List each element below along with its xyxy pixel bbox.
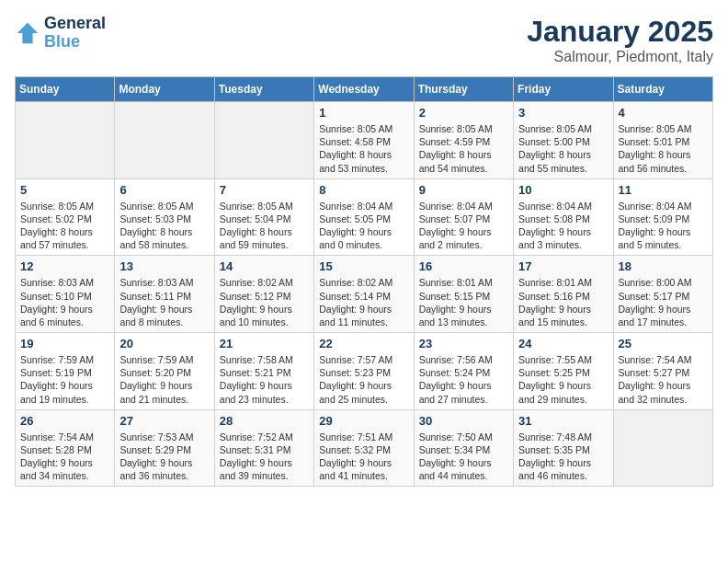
page-header: GeneralBlue January 2025 Salmour, Piedmo… <box>15 15 713 65</box>
day-number: 11 <box>619 183 708 197</box>
day-number: 9 <box>419 183 508 197</box>
calendar-cell: 13Sunrise: 8:03 AM Sunset: 5:11 PM Dayli… <box>115 256 214 333</box>
day-number: 8 <box>319 183 408 197</box>
col-saturday: Saturday <box>613 77 712 102</box>
day-number: 20 <box>119 337 209 350</box>
day-number: 3 <box>518 106 608 120</box>
calendar-cell: 12Sunrise: 8:03 AM Sunset: 5:10 PM Dayli… <box>16 256 115 333</box>
calendar-cell: 21Sunrise: 7:58 AM Sunset: 5:21 PM Dayli… <box>214 333 313 410</box>
cell-content: Sunrise: 8:05 AM Sunset: 5:02 PM Dayligh… <box>20 200 109 252</box>
day-number: 25 <box>619 337 708 350</box>
day-number: 15 <box>319 259 408 273</box>
day-number: 21 <box>220 337 309 350</box>
calendar-week-row: 12Sunrise: 8:03 AM Sunset: 5:10 PM Dayli… <box>16 256 713 333</box>
day-number: 17 <box>518 259 608 273</box>
day-number: 5 <box>20 183 109 197</box>
day-number: 18 <box>619 259 708 273</box>
col-monday: Monday <box>115 77 214 102</box>
calendar-cell: 1Sunrise: 8:05 AM Sunset: 4:58 PM Daylig… <box>314 102 414 179</box>
day-number: 19 <box>20 337 109 350</box>
calendar-cell: 31Sunrise: 7:48 AM Sunset: 5:35 PM Dayli… <box>514 409 613 487</box>
cell-content: Sunrise: 8:04 AM Sunset: 5:09 PM Dayligh… <box>619 200 708 252</box>
logo-text: GeneralBlue <box>44 15 106 52</box>
day-number: 16 <box>419 259 508 273</box>
calendar-cell <box>16 102 115 179</box>
cell-content: Sunrise: 7:53 AM Sunset: 5:29 PM Dayligh… <box>119 431 209 483</box>
cell-content: Sunrise: 8:03 AM Sunset: 5:10 PM Dayligh… <box>20 276 109 328</box>
cell-content: Sunrise: 8:05 AM Sunset: 5:04 PM Dayligh… <box>220 200 309 252</box>
calendar-week-row: 26Sunrise: 7:54 AM Sunset: 5:28 PM Dayli… <box>16 409 713 487</box>
calendar-cell: 18Sunrise: 8:00 AM Sunset: 5:17 PM Dayli… <box>613 256 712 333</box>
calendar-header-row: Sunday Monday Tuesday Wednesday Thursday… <box>16 77 713 102</box>
calendar-cell: 30Sunrise: 7:50 AM Sunset: 5:34 PM Dayli… <box>414 409 513 487</box>
calendar-cell: 24Sunrise: 7:55 AM Sunset: 5:25 PM Dayli… <box>514 333 613 410</box>
calendar-cell: 9Sunrise: 8:04 AM Sunset: 5:07 PM Daylig… <box>414 178 513 256</box>
calendar-cell: 15Sunrise: 8:02 AM Sunset: 5:14 PM Dayli… <box>314 256 414 333</box>
calendar-cell: 27Sunrise: 7:53 AM Sunset: 5:29 PM Dayli… <box>115 409 214 487</box>
day-number: 12 <box>20 259 109 273</box>
cell-content: Sunrise: 8:00 AM Sunset: 5:17 PM Dayligh… <box>619 276 708 328</box>
calendar-table: Sunday Monday Tuesday Wednesday Thursday… <box>15 76 713 487</box>
calendar-cell: 23Sunrise: 7:56 AM Sunset: 5:24 PM Dayli… <box>414 333 513 410</box>
cell-content: Sunrise: 8:05 AM Sunset: 4:59 PM Dayligh… <box>419 122 508 175</box>
day-number: 1 <box>319 106 408 120</box>
cell-content: Sunrise: 8:01 AM Sunset: 5:16 PM Dayligh… <box>518 276 608 328</box>
cell-content: Sunrise: 8:02 AM Sunset: 5:14 PM Dayligh… <box>319 276 408 328</box>
svg-marker-0 <box>17 23 38 43</box>
cell-content: Sunrise: 8:05 AM Sunset: 5:01 PM Dayligh… <box>619 122 708 175</box>
day-number: 10 <box>518 183 608 197</box>
calendar-cell: 29Sunrise: 7:51 AM Sunset: 5:32 PM Dayli… <box>314 409 414 487</box>
calendar-cell <box>214 102 313 179</box>
day-number: 24 <box>518 337 608 350</box>
day-number: 2 <box>419 106 508 120</box>
col-sunday: Sunday <box>16 77 115 102</box>
cell-content: Sunrise: 8:02 AM Sunset: 5:12 PM Dayligh… <box>220 276 309 328</box>
title-block: January 2025 Salmour, Piedmont, Italy <box>527 15 713 65</box>
day-number: 31 <box>518 414 608 428</box>
day-number: 26 <box>20 414 109 428</box>
cell-content: Sunrise: 7:50 AM Sunset: 5:34 PM Dayligh… <box>419 431 508 483</box>
cell-content: Sunrise: 7:58 AM Sunset: 5:21 PM Dayligh… <box>220 353 309 406</box>
logo-icon <box>15 20 40 46</box>
calendar-cell: 7Sunrise: 8:05 AM Sunset: 5:04 PM Daylig… <box>214 178 313 256</box>
calendar-cell: 20Sunrise: 7:59 AM Sunset: 5:20 PM Dayli… <box>115 333 214 410</box>
calendar-cell: 22Sunrise: 7:57 AM Sunset: 5:23 PM Dayli… <box>314 333 414 410</box>
day-number: 28 <box>220 414 309 428</box>
cell-content: Sunrise: 8:01 AM Sunset: 5:15 PM Dayligh… <box>419 276 508 328</box>
calendar-cell: 2Sunrise: 8:05 AM Sunset: 4:59 PM Daylig… <box>414 102 513 179</box>
cell-content: Sunrise: 7:59 AM Sunset: 5:20 PM Dayligh… <box>119 353 209 406</box>
calendar-cell <box>115 102 214 179</box>
day-number: 30 <box>419 414 508 428</box>
day-number: 27 <box>119 414 209 428</box>
col-friday: Friday <box>514 77 613 102</box>
cell-content: Sunrise: 8:05 AM Sunset: 4:58 PM Dayligh… <box>319 122 408 175</box>
calendar-cell: 26Sunrise: 7:54 AM Sunset: 5:28 PM Dayli… <box>16 409 115 487</box>
day-number: 6 <box>119 183 209 197</box>
day-number: 4 <box>619 106 708 120</box>
calendar-cell: 14Sunrise: 8:02 AM Sunset: 5:12 PM Dayli… <box>214 256 313 333</box>
calendar-cell: 8Sunrise: 8:04 AM Sunset: 5:05 PM Daylig… <box>314 178 414 256</box>
calendar-cell: 5Sunrise: 8:05 AM Sunset: 5:02 PM Daylig… <box>16 178 115 256</box>
calendar-cell: 11Sunrise: 8:04 AM Sunset: 5:09 PM Dayli… <box>613 178 712 256</box>
main-title: January 2025 <box>527 15 713 49</box>
cell-content: Sunrise: 8:03 AM Sunset: 5:11 PM Dayligh… <box>119 276 209 328</box>
day-number: 22 <box>319 337 408 350</box>
calendar-cell: 16Sunrise: 8:01 AM Sunset: 5:15 PM Dayli… <box>414 256 513 333</box>
cell-content: Sunrise: 8:05 AM Sunset: 5:00 PM Dayligh… <box>518 122 608 175</box>
day-number: 23 <box>419 337 508 350</box>
cell-content: Sunrise: 7:56 AM Sunset: 5:24 PM Dayligh… <box>419 353 508 406</box>
cell-content: Sunrise: 7:54 AM Sunset: 5:27 PM Dayligh… <box>619 353 708 406</box>
day-number: 13 <box>119 259 209 273</box>
day-number: 7 <box>220 183 309 197</box>
calendar-week-row: 5Sunrise: 8:05 AM Sunset: 5:02 PM Daylig… <box>16 178 713 256</box>
calendar-cell: 4Sunrise: 8:05 AM Sunset: 5:01 PM Daylig… <box>613 102 712 179</box>
calendar-cell: 10Sunrise: 8:04 AM Sunset: 5:08 PM Dayli… <box>514 178 613 256</box>
calendar-week-row: 1Sunrise: 8:05 AM Sunset: 4:58 PM Daylig… <box>16 102 713 179</box>
calendar-cell: 6Sunrise: 8:05 AM Sunset: 5:03 PM Daylig… <box>115 178 214 256</box>
cell-content: Sunrise: 7:59 AM Sunset: 5:19 PM Dayligh… <box>20 353 109 406</box>
cell-content: Sunrise: 8:04 AM Sunset: 5:05 PM Dayligh… <box>319 200 408 252</box>
logo: GeneralBlue <box>15 15 106 52</box>
calendar-cell: 28Sunrise: 7:52 AM Sunset: 5:31 PM Dayli… <box>214 409 313 487</box>
cell-content: Sunrise: 8:05 AM Sunset: 5:03 PM Dayligh… <box>119 200 209 252</box>
col-wednesday: Wednesday <box>314 77 414 102</box>
